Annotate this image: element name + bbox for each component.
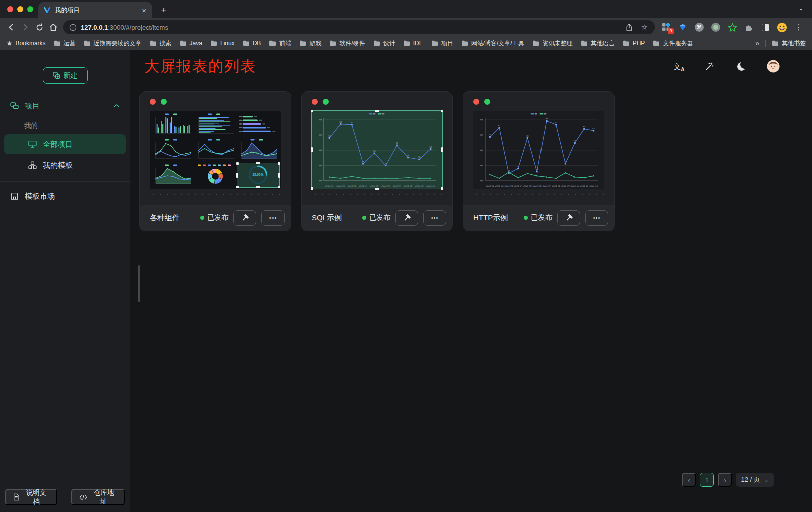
- project-card[interactable]: 2023-012023-022023-032023-042023-052023-…: [301, 91, 453, 231]
- bookmark-folder[interactable]: 网站/博客/文章/工具: [461, 39, 524, 48]
- bookmark-folder[interactable]: 项目: [431, 39, 453, 48]
- selection-handle[interactable]: [236, 186, 239, 188]
- folder-icon: [373, 40, 380, 46]
- docs-button[interactable]: 说明文档: [5, 489, 57, 505]
- edit-hammer-button[interactable]: [233, 210, 256, 226]
- browser-menu-icon[interactable]: ⋮: [793, 23, 805, 32]
- page-title: 大屏报表的列表: [144, 56, 256, 77]
- sidebar-group-project[interactable]: 项目: [0, 94, 130, 117]
- new-project-button[interactable]: 新建: [43, 67, 88, 84]
- bookmarks-root[interactable]: ★ Bookmarks: [6, 39, 46, 47]
- sidebar-item-all-projects[interactable]: 全部项目: [4, 134, 126, 154]
- bookmark-folder[interactable]: 软件/硬件: [329, 39, 365, 48]
- dark-mode-square-icon[interactable]: [760, 22, 771, 33]
- window-minimize-button[interactable]: [17, 6, 23, 12]
- bookmark-folder[interactable]: 运营: [54, 39, 76, 48]
- template-blocks-icon: [28, 161, 37, 169]
- svg-text:2023-03: 2023-03: [504, 185, 513, 187]
- bookmark-label: 文件服务器: [663, 39, 693, 48]
- selection-handle[interactable]: [236, 162, 239, 165]
- selection-handle[interactable]: [278, 162, 280, 165]
- extension-record-icon[interactable]: [710, 22, 721, 33]
- sidebar: 新建 项目 我的 全部项目: [0, 50, 130, 512]
- prev-page-button[interactable]: ‹: [682, 473, 696, 487]
- selection-handle[interactable]: [375, 110, 379, 112]
- selection-handle[interactable]: [311, 187, 313, 190]
- more-button[interactable]: •••: [423, 210, 446, 226]
- bookmarks-star-icon: ★: [6, 39, 13, 47]
- browser-tab[interactable]: 我的项目 ×: [38, 2, 152, 18]
- extensions-puzzle-icon[interactable]: [743, 22, 754, 33]
- mini-ring-chart-selected: 25.00%: [237, 163, 279, 187]
- language-icon[interactable]: 文A: [671, 60, 684, 73]
- extension-blocks-icon[interactable]: 9: [661, 22, 672, 33]
- selection-handle[interactable]: [256, 186, 260, 188]
- magic-wand-icon[interactable]: [703, 60, 716, 73]
- sidebar-item-my-templates[interactable]: 我的模板: [4, 155, 126, 175]
- repo-button[interactable]: 仓库地址: [71, 489, 125, 505]
- new-tab-button[interactable]: +: [157, 4, 170, 17]
- selection-handle[interactable]: [441, 187, 443, 190]
- bookmark-folder[interactable]: 设计: [373, 39, 395, 48]
- bookmark-folder[interactable]: 游戏: [299, 39, 321, 48]
- selection-handle[interactable]: [441, 147, 443, 152]
- bookmark-label: Java: [190, 40, 202, 47]
- bookmark-folder[interactable]: 资讯未整理: [532, 39, 573, 48]
- current-page-button[interactable]: 1: [700, 473, 714, 487]
- bookmark-folder[interactable]: 搜索: [150, 39, 172, 48]
- bookmarks-bar: ★ Bookmarks 运营 近期需要读的文章 搜索 Java Linux DB…: [0, 36, 812, 50]
- selection-handle[interactable]: [256, 162, 260, 164]
- bookmark-folder[interactable]: 近期需要读的文章: [84, 39, 142, 48]
- profile-emoji-icon[interactable]: [776, 22, 787, 33]
- bookmark-folder[interactable]: 前端: [269, 39, 291, 48]
- content-scrollbar[interactable]: [138, 265, 140, 302]
- more-button[interactable]: •••: [585, 210, 608, 226]
- edit-hammer-button[interactable]: [395, 210, 418, 226]
- site-info-icon[interactable]: [69, 24, 77, 31]
- next-page-button[interactable]: ›: [718, 473, 732, 487]
- user-avatar[interactable]: [767, 60, 780, 73]
- forward-icon[interactable]: [18, 20, 32, 34]
- bookmark-folder[interactable]: 其他语言: [581, 39, 615, 48]
- svg-text:98: 98: [546, 117, 548, 120]
- window-zoom-button[interactable]: [27, 6, 33, 12]
- selection-handle[interactable]: [441, 110, 443, 112]
- tab-search-icon[interactable]: ⌄: [798, 4, 804, 12]
- selection-handle[interactable]: [311, 147, 313, 152]
- selection-handle[interactable]: [278, 186, 280, 188]
- more-button[interactable]: •••: [261, 210, 285, 226]
- bookmark-star-icon[interactable]: ☆: [637, 23, 652, 32]
- bookmark-folder[interactable]: IDE: [403, 40, 423, 47]
- tab-close-icon[interactable]: ×: [141, 7, 147, 14]
- extension-command-icon[interactable]: ⌘: [694, 22, 705, 33]
- dark-mode-moon-icon[interactable]: [735, 60, 748, 73]
- svg-text:2023-07: 2023-07: [542, 185, 551, 187]
- selection-handle[interactable]: [278, 173, 280, 178]
- selection-handle[interactable]: [311, 110, 313, 112]
- bookmark-folder[interactable]: Linux: [210, 40, 235, 47]
- svg-text:2023-12: 2023-12: [589, 185, 598, 187]
- address-bar[interactable]: 127.0.0.1:3000/#/project/items ☆: [63, 20, 655, 34]
- project-card[interactable]: 25.00% 各种组件 已发布 •••: [139, 91, 291, 231]
- svg-text:2023-04: 2023-04: [514, 185, 522, 187]
- home-icon[interactable]: [46, 20, 60, 34]
- edit-hammer-button[interactable]: [557, 210, 580, 226]
- project-card[interactable]: 2023-012023-022023-032023-042023-052023-…: [463, 91, 615, 231]
- bookmark-folder[interactable]: PHP: [623, 40, 645, 47]
- share-icon[interactable]: [625, 23, 633, 31]
- reload-icon[interactable]: [32, 20, 46, 34]
- bookmark-folder[interactable]: DB: [243, 40, 261, 47]
- sidebar-item-template-market[interactable]: 模板市场: [0, 185, 130, 208]
- bookmarks-overflow-icon[interactable]: »: [755, 39, 759, 47]
- project-card-list: 25.00% 各种组件 已发布 •••: [130, 82, 812, 231]
- page-size-select[interactable]: 12 / 页 ⌄: [736, 473, 774, 487]
- bookmark-folder[interactable]: 文件服务器: [653, 39, 693, 48]
- extension-star-icon[interactable]: [727, 22, 738, 33]
- bookmark-folder[interactable]: Java: [180, 40, 202, 47]
- window-close-button[interactable]: [7, 6, 13, 12]
- back-icon[interactable]: [4, 20, 18, 34]
- other-bookmarks-folder[interactable]: 其他书签: [772, 39, 806, 48]
- extension-gem-icon[interactable]: [677, 22, 688, 33]
- selection-handle[interactable]: [375, 188, 379, 190]
- selection-handle[interactable]: [236, 173, 238, 178]
